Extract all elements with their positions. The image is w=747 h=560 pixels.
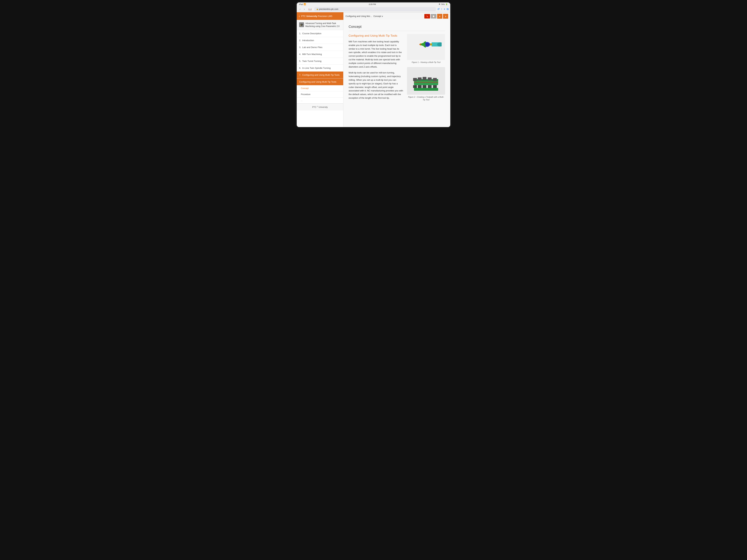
sidebar-item-label-lab-demo: 3. Lab and Demo Files: [299, 46, 322, 49]
content-section-title: Concept: [349, 25, 445, 31]
figure-2-image: [407, 67, 445, 95]
sidebar-item-lab-demo[interactable]: 3. Lab and Demo Files: [297, 44, 343, 51]
university-label: University: [306, 15, 317, 18]
ipad-inner: iPad 📶 6:09 PM ✻ 74% 🔋 ‹ › 📖 🔒 precision…: [297, 2, 450, 127]
battery-icon: 🔋: [445, 3, 448, 5]
sidebar-item-twin-turret[interactable]: 5. Twin Turret Turning: [297, 58, 343, 65]
figure-1-caption: Figure 1 - Viewing a Multi-Tip Tool: [407, 61, 445, 63]
nav-down-button[interactable]: ∨: [443, 14, 448, 19]
browser-toolbar: ‹ › 📖 🔒 precisionlms.ptc.com ↺ ↑ + ⧉: [297, 6, 450, 12]
bluetooth-icon: ✻: [439, 3, 440, 5]
sidebar-item-label-mill-turn: 4. Mill-Turn Machining: [299, 53, 322, 55]
svg-rect-24: [428, 85, 432, 88]
svg-rect-23: [422, 85, 427, 88]
sidebar-course-title: Advanced Turning and Multi-Task Machinin…: [305, 22, 341, 28]
back-button[interactable]: ‹: [299, 7, 301, 11]
url-text: precisionlms.ptc.com: [319, 8, 338, 10]
content-area: Concept Configuring and Using Multi-Tip …: [343, 20, 450, 127]
svg-rect-19: [428, 77, 432, 81]
status-left: iPad 📶: [299, 3, 306, 5]
tabs-button[interactable]: ⧉: [447, 8, 448, 11]
svg-rect-21: [413, 85, 417, 88]
browser-actions: ↺ ↑ + ⧉: [437, 7, 448, 11]
sidebar-subitem-label-more: ...: [301, 99, 303, 102]
app-header-left: ‹ PTC University Precision LMS: [297, 14, 343, 18]
battery-label: 74%: [441, 3, 445, 5]
sidebar-course-item[interactable]: 🎓 Advanced Turning and Multi-Task Machin…: [297, 20, 343, 30]
ptc-label: PTC: [301, 15, 306, 18]
sidebar: 🎓 Advanced Turning and Multi-Task Machin…: [297, 20, 343, 127]
precision-lms-label: Precision LMS: [318, 15, 332, 18]
svg-rect-26: [414, 88, 438, 91]
sidebar-footer-university: University: [318, 106, 328, 108]
app-header: ‹ PTC University Precision LMS Configuri…: [297, 12, 450, 20]
ipad-frame: iPad 📶 6:09 PM ✻ 74% 🔋 ‹ › 📖 🔒 precision…: [296, 1, 451, 128]
trademark-icon: ©: [317, 106, 318, 107]
forward-button[interactable]: ›: [303, 7, 306, 11]
breadcrumb-1: Configuring and Using Mul…: [345, 15, 372, 18]
sidebar-subitem-more[interactable]: ...: [297, 98, 343, 104]
svg-rect-25: [433, 85, 437, 88]
lock-icon: 🔒: [316, 8, 318, 10]
sidebar-footer: PTC © University: [297, 104, 343, 110]
reload-button[interactable]: ↺: [437, 7, 440, 11]
sidebar-item-label-course-desc: 1. Course Description: [299, 32, 321, 35]
status-right: ✻ 74% 🔋: [439, 3, 448, 5]
sidebar-item-multitip-sub-header[interactable]: Configuring and Using Multi-Tip Tools: [297, 78, 343, 85]
sidebar-subitem-label-concept: Concept: [301, 87, 309, 89]
sidebar-footer-text: PTC: [312, 106, 316, 108]
content-paragraph-1: Mill-Turn machines with live tooling hea…: [349, 40, 404, 69]
wifi-icon: 📶: [304, 3, 306, 5]
figure-2-box: Figure 2 - Creating a Toolpath with a Mu…: [407, 67, 445, 101]
sidebar-item-label-twin-turret: 5. Twin Turret Turning: [299, 60, 321, 62]
back-chevron-icon[interactable]: ‹: [299, 14, 300, 18]
figure-1-svg: [411, 36, 442, 58]
time-display: 6:09 PM: [369, 3, 376, 5]
svg-rect-18: [422, 77, 427, 80]
status-bar: iPad 📶 6:09 PM ✻ 74% 🔋: [297, 2, 450, 6]
sidebar-item-label-multitip-parent: 7. Configuring and Using Multi-Tip Tools: [299, 74, 339, 76]
svg-rect-17: [418, 77, 421, 81]
bookmark-icon-browser[interactable]: 📖: [307, 7, 313, 11]
sidebar-item-multitip-parent[interactable]: 7. Configuring and Using Multi-Tip Tools: [297, 72, 343, 78]
sidebar-item-introduction[interactable]: 2. Introduction: [297, 37, 343, 44]
main-layout: 🎓 Advanced Turning and Multi-Task Machin…: [297, 20, 450, 127]
content-subtitle: Configuring and Using Multi-Tip Tools: [349, 34, 404, 37]
figures-column: Figure 1 - Viewing a Multi-Tip Tool: [407, 34, 445, 101]
svg-rect-16: [413, 78, 417, 81]
dropdown-arrow-icon: ∨: [382, 15, 383, 18]
sidebar-subitem-label-procedure: Procedure: [301, 93, 310, 96]
ipad-label: iPad: [299, 3, 303, 5]
figure-1-image: [407, 34, 445, 60]
add-tab-button[interactable]: +: [444, 8, 445, 11]
breadcrumb-2: Concept: [373, 15, 381, 18]
content-paragraph-2: Multi-tip tools can be used for mill-tur…: [349, 71, 404, 100]
bookmark-button[interactable]: 🔖: [424, 14, 430, 19]
svg-rect-22: [418, 85, 421, 88]
app-header-right: Configuring and Using Mul… Concept ∨ 🔖 📋…: [343, 12, 450, 20]
sidebar-subitem-concept[interactable]: Concept: [297, 85, 343, 91]
sidebar-item-label-introduction: 2. Introduction: [299, 39, 314, 42]
figure-2-svg: [411, 68, 442, 94]
header-actions: 🔖 📋 ∧ ∨: [424, 14, 448, 19]
sidebar-item-label-inline-spindle: 6. In-Line Twin Spindle Turning: [299, 67, 331, 69]
address-bar[interactable]: 🔒 precisionlms.ptc.com: [314, 7, 436, 11]
sidebar-item-mill-turn[interactable]: 4. Mill-Turn Machining: [297, 51, 343, 58]
content-with-figure: Configuring and Using Multi-Tip Tools Mi…: [349, 34, 445, 102]
content-text: Configuring and Using Multi-Tip Tools Mi…: [349, 34, 404, 102]
sidebar-item-label-multitip-sub-header: Configuring and Using Multi-Tip Tools: [299, 81, 336, 83]
sidebar-subitem-procedure[interactable]: Procedure: [297, 91, 343, 98]
svg-rect-10: [421, 44, 423, 45]
breadcrumb-area: Configuring and Using Mul… Concept ∨: [345, 15, 383, 18]
concept-dropdown[interactable]: Concept ∨: [373, 15, 383, 18]
share-button[interactable]: ↑: [441, 8, 442, 11]
app-title: PTC University Precision LMS: [301, 15, 332, 18]
figure-1-box: Figure 1 - Viewing a Multi-Tip Tool: [407, 34, 445, 63]
svg-rect-20: [433, 78, 437, 81]
note-button[interactable]: 📋: [431, 14, 436, 19]
course-icon: 🎓: [299, 22, 304, 27]
nav-up-button[interactable]: ∧: [437, 14, 442, 19]
sidebar-item-course-desc[interactable]: 1. Course Description: [297, 30, 343, 37]
course-icon-glyph: 🎓: [300, 23, 303, 26]
sidebar-item-inline-spindle[interactable]: 6. In-Line Twin Spindle Turning: [297, 65, 343, 72]
